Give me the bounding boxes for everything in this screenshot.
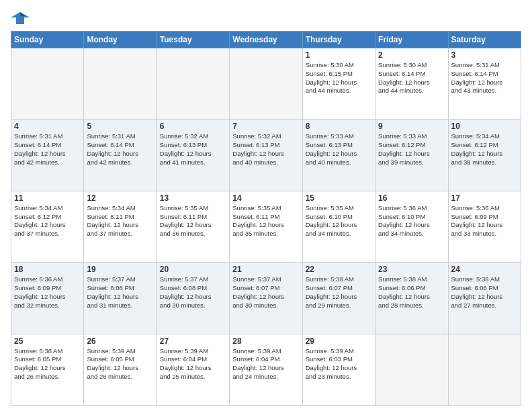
day-number: 8 (306, 122, 372, 131)
day-info: Sunrise: 5:38 AM Sunset: 6:05 PM Dayligh… (14, 347, 81, 381)
calendar-cell: 2Sunrise: 5:30 AM Sunset: 6:14 PM Daylig… (375, 48, 448, 120)
calendar-cell: 8Sunrise: 5:33 AM Sunset: 6:13 PM Daylig… (302, 120, 375, 191)
header-row: SundayMondayTuesdayWednesdayThursdayFrid… (11, 32, 521, 48)
day-info: Sunrise: 5:35 AM Sunset: 6:11 PM Dayligh… (232, 204, 299, 238)
calendar-cell: 26Sunrise: 5:39 AM Sunset: 6:05 PM Dayli… (84, 334, 157, 405)
day-number: 4 (14, 122, 81, 131)
day-info: Sunrise: 5:36 AM Sunset: 6:09 PM Dayligh… (14, 275, 81, 310)
calendar-cell: 4Sunrise: 5:31 AM Sunset: 6:14 PM Daylig… (11, 120, 84, 191)
logo (11, 11, 32, 26)
calendar-row: 18Sunrise: 5:36 AM Sunset: 6:09 PM Dayli… (11, 263, 521, 334)
day-info: Sunrise: 5:30 AM Sunset: 6:15 PM Dayligh… (306, 61, 372, 95)
calendar-cell: 15Sunrise: 5:35 AM Sunset: 6:10 PM Dayli… (302, 191, 375, 262)
col-header-saturday: Saturday (448, 32, 521, 48)
day-info: Sunrise: 5:37 AM Sunset: 6:07 PM Dayligh… (232, 275, 299, 310)
day-info: Sunrise: 5:38 AM Sunset: 6:06 PM Dayligh… (451, 275, 518, 310)
day-info: Sunrise: 5:31 AM Sunset: 6:14 PM Dayligh… (451, 61, 518, 95)
day-number: 1 (306, 50, 372, 60)
day-info: Sunrise: 5:32 AM Sunset: 6:13 PM Dayligh… (232, 132, 299, 167)
calendar-cell: 9Sunrise: 5:33 AM Sunset: 6:12 PM Daylig… (375, 120, 448, 191)
day-info: Sunrise: 5:39 AM Sunset: 6:03 PM Dayligh… (306, 347, 372, 381)
calendar-cell (230, 48, 302, 120)
calendar-cell: 17Sunrise: 5:36 AM Sunset: 6:09 PM Dayli… (448, 191, 521, 262)
day-number: 28 (232, 336, 299, 346)
calendar-row: 1Sunrise: 5:30 AM Sunset: 6:15 PM Daylig… (11, 48, 521, 120)
calendar-cell: 25Sunrise: 5:38 AM Sunset: 6:05 PM Dayli… (11, 334, 84, 405)
calendar-cell (375, 334, 448, 405)
calendar-table: SundayMondayTuesdayWednesdayThursdayFrid… (11, 31, 521, 406)
calendar-cell (84, 48, 157, 120)
day-info: Sunrise: 5:30 AM Sunset: 6:14 PM Dayligh… (378, 61, 445, 95)
calendar-cell: 5Sunrise: 5:31 AM Sunset: 6:14 PM Daylig… (84, 120, 157, 191)
day-number: 23 (378, 265, 445, 274)
day-number: 12 (87, 193, 153, 203)
day-number: 13 (160, 193, 226, 203)
day-number: 9 (378, 122, 445, 131)
day-number: 20 (160, 265, 226, 274)
col-header-wednesday: Wednesday (230, 32, 302, 48)
calendar-cell: 22Sunrise: 5:38 AM Sunset: 6:07 PM Dayli… (302, 263, 375, 334)
day-number: 11 (14, 193, 81, 203)
day-number: 24 (451, 265, 518, 274)
day-info: Sunrise: 5:33 AM Sunset: 6:12 PM Dayligh… (378, 132, 445, 167)
col-header-sunday: Sunday (11, 32, 84, 48)
calendar-cell: 24Sunrise: 5:38 AM Sunset: 6:06 PM Dayli… (448, 263, 521, 334)
calendar-cell: 12Sunrise: 5:34 AM Sunset: 6:11 PM Dayli… (84, 191, 157, 262)
calendar-cell: 6Sunrise: 5:32 AM Sunset: 6:13 PM Daylig… (157, 120, 229, 191)
calendar-cell: 10Sunrise: 5:34 AM Sunset: 6:12 PM Dayli… (448, 120, 521, 191)
day-number: 27 (160, 336, 226, 346)
day-number: 21 (232, 265, 299, 274)
col-header-tuesday: Tuesday (157, 32, 229, 48)
day-number: 19 (87, 265, 153, 274)
day-info: Sunrise: 5:38 AM Sunset: 6:07 PM Dayligh… (306, 275, 372, 310)
day-info: Sunrise: 5:35 AM Sunset: 6:10 PM Dayligh… (306, 204, 372, 238)
col-header-monday: Monday (84, 32, 157, 48)
day-number: 29 (306, 336, 372, 346)
calendar-row: 11Sunrise: 5:34 AM Sunset: 6:12 PM Dayli… (11, 191, 521, 262)
day-info: Sunrise: 5:38 AM Sunset: 6:06 PM Dayligh… (378, 275, 445, 310)
day-info: Sunrise: 5:32 AM Sunset: 6:13 PM Dayligh… (160, 132, 226, 167)
day-number: 3 (451, 50, 518, 60)
calendar-cell (11, 48, 84, 120)
calendar-cell: 11Sunrise: 5:34 AM Sunset: 6:12 PM Dayli… (11, 191, 84, 262)
day-number: 26 (87, 336, 153, 346)
calendar-cell: 21Sunrise: 5:37 AM Sunset: 6:07 PM Dayli… (230, 263, 302, 334)
calendar-cell: 1Sunrise: 5:30 AM Sunset: 6:15 PM Daylig… (302, 48, 375, 120)
header (11, 11, 521, 26)
day-info: Sunrise: 5:33 AM Sunset: 6:13 PM Dayligh… (306, 132, 372, 167)
calendar-cell: 14Sunrise: 5:35 AM Sunset: 6:11 PM Dayli… (230, 191, 302, 262)
day-info: Sunrise: 5:36 AM Sunset: 6:09 PM Dayligh… (451, 204, 518, 238)
day-info: Sunrise: 5:39 AM Sunset: 6:05 PM Dayligh… (87, 347, 153, 381)
day-number: 14 (232, 193, 299, 203)
calendar-row: 25Sunrise: 5:38 AM Sunset: 6:05 PM Dayli… (11, 334, 521, 405)
calendar-cell: 7Sunrise: 5:32 AM Sunset: 6:13 PM Daylig… (230, 120, 302, 191)
day-number: 7 (232, 122, 299, 131)
day-info: Sunrise: 5:36 AM Sunset: 6:10 PM Dayligh… (378, 204, 445, 238)
calendar-cell: 19Sunrise: 5:37 AM Sunset: 6:08 PM Dayli… (84, 263, 157, 334)
day-number: 22 (306, 265, 372, 274)
day-number: 5 (87, 122, 153, 131)
day-info: Sunrise: 5:34 AM Sunset: 6:11 PM Dayligh… (87, 204, 153, 238)
calendar-cell: 27Sunrise: 5:39 AM Sunset: 6:04 PM Dayli… (157, 334, 229, 405)
logo-bird-icon (11, 11, 30, 26)
day-number: 6 (160, 122, 226, 131)
day-number: 10 (451, 122, 518, 131)
day-info: Sunrise: 5:37 AM Sunset: 6:08 PM Dayligh… (87, 275, 153, 310)
calendar-cell: 23Sunrise: 5:38 AM Sunset: 6:06 PM Dayli… (375, 263, 448, 334)
day-info: Sunrise: 5:37 AM Sunset: 6:08 PM Dayligh… (160, 275, 226, 310)
day-number: 17 (451, 193, 518, 203)
day-info: Sunrise: 5:35 AM Sunset: 6:11 PM Dayligh… (160, 204, 226, 238)
day-number: 25 (14, 336, 81, 346)
day-info: Sunrise: 5:31 AM Sunset: 6:14 PM Dayligh… (87, 132, 153, 167)
calendar-cell: 13Sunrise: 5:35 AM Sunset: 6:11 PM Dayli… (157, 191, 229, 262)
calendar-cell: 29Sunrise: 5:39 AM Sunset: 6:03 PM Dayli… (302, 334, 375, 405)
day-number: 15 (306, 193, 372, 203)
calendar-cell: 28Sunrise: 5:39 AM Sunset: 6:04 PM Dayli… (230, 334, 302, 405)
calendar-cell: 3Sunrise: 5:31 AM Sunset: 6:14 PM Daylig… (448, 48, 521, 120)
day-number: 16 (378, 193, 445, 203)
calendar-row: 4Sunrise: 5:31 AM Sunset: 6:14 PM Daylig… (11, 120, 521, 191)
calendar-cell: 16Sunrise: 5:36 AM Sunset: 6:10 PM Dayli… (375, 191, 448, 262)
calendar-cell (157, 48, 229, 120)
day-number: 18 (14, 265, 81, 274)
day-info: Sunrise: 5:39 AM Sunset: 6:04 PM Dayligh… (160, 347, 226, 381)
